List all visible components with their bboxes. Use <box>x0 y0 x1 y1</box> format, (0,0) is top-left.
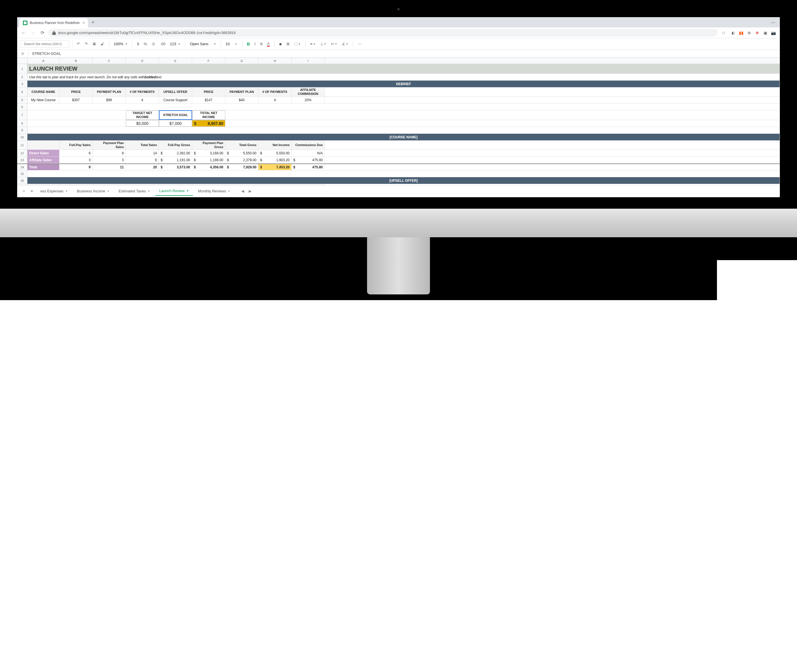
cell[interactable] <box>27 170 780 177</box>
extension-icon[interactable]: ◐ <box>731 30 736 35</box>
row-header[interactable]: 9 <box>17 127 27 133</box>
cell[interactable]: $5,550.00 <box>258 150 291 156</box>
cell[interactable]: $8,907.80 <box>192 120 225 126</box>
th-cell[interactable]: Commissions Due <box>291 184 325 185</box>
valign-button[interactable]: ⊥▼ <box>318 41 328 47</box>
cell[interactable]: 20 <box>126 164 159 170</box>
font-dropdown[interactable]: Open Sans▼ <box>188 41 218 47</box>
row-header[interactable]: 15 <box>17 170 27 177</box>
cell[interactable] <box>93 110 126 120</box>
cell[interactable]: 6 <box>126 157 159 163</box>
th-cell[interactable]: Payment Plan Sales <box>93 184 126 185</box>
row-header[interactable]: 8 <box>17 120 27 126</box>
row-header[interactable]: 16 <box>17 177 27 184</box>
th-cell[interactable]: Total Sales <box>126 184 159 185</box>
undo-button[interactable]: ↶ <box>75 41 82 47</box>
th-cell[interactable]: TARGET NET INCOME <box>126 110 159 120</box>
cell[interactable] <box>93 120 126 126</box>
row-header[interactable]: 7 <box>17 110 27 120</box>
cell[interactable] <box>27 110 59 120</box>
cell[interactable]: $397 <box>59 97 93 103</box>
close-tab-icon[interactable]: × <box>83 21 85 25</box>
cell[interactable]: 4 <box>258 97 291 103</box>
extension-icon[interactable]: ⊕ <box>747 30 752 35</box>
currency-button[interactable]: $ <box>135 41 141 47</box>
col-header[interactable]: H <box>258 58 291 64</box>
row-header[interactable]: 14 <box>17 164 27 170</box>
cell[interactable]: $3,168.00 <box>192 150 225 156</box>
cell[interactable] <box>27 104 780 110</box>
extension-icon[interactable]: ▮▮ <box>739 30 744 35</box>
col-header[interactable]: F <box>192 58 225 64</box>
sheet-tab-active[interactable]: Launch Review▼ <box>155 186 193 196</box>
col-header[interactable]: A <box>27 58 59 64</box>
cell[interactable] <box>258 120 291 126</box>
paint-format-button[interactable]: 🖌 <box>99 41 106 47</box>
add-sheet-button[interactable]: + <box>21 187 27 195</box>
bold-button[interactable]: B <box>245 40 252 48</box>
th-cell[interactable]: Full-Pay Gross <box>159 184 192 185</box>
merge-button[interactable]: ⬚▼ <box>293 41 302 47</box>
sheet-tab[interactable]: Monthly Reviews▼ <box>194 187 234 195</box>
cell[interactable] <box>258 110 291 120</box>
cell[interactable]: $7,929.00 <box>225 164 258 170</box>
formula-input[interactable]: STRETCH GOAL <box>29 51 61 56</box>
th-cell[interactable]: Full-Pay Sales <box>59 141 93 149</box>
cell[interactable]: 3 <box>93 157 126 163</box>
cell[interactable]: $3,573.00 <box>159 164 192 170</box>
th-cell[interactable] <box>27 184 59 185</box>
th-cell[interactable]: COURSE NAME <box>27 88 59 96</box>
extension-icon[interactable]: 📷 <box>771 30 776 35</box>
th-cell[interactable]: PAYMENT PLAN <box>93 88 126 96</box>
row-label[interactable]: Direct Sales <box>27 150 59 156</box>
forward-button[interactable]: → <box>30 30 37 35</box>
col-header[interactable]: C <box>93 58 126 64</box>
row-header[interactable]: 4 <box>17 88 27 96</box>
more-button[interactable]: ⋯ <box>356 41 363 47</box>
row-header[interactable]: 5 <box>17 97 27 103</box>
percent-button[interactable]: % <box>142 41 149 47</box>
cell[interactable]: $475.80 <box>291 157 325 163</box>
cell[interactable]: 3 <box>59 157 93 163</box>
cell[interactable] <box>291 110 325 120</box>
back-button[interactable]: ← <box>20 30 27 35</box>
cell[interactable] <box>59 120 93 126</box>
cell[interactable]: 11 <box>93 164 126 170</box>
cell[interactable]: 4 <box>126 97 159 103</box>
search-menus-input[interactable] <box>21 40 69 48</box>
cell[interactable] <box>225 110 258 120</box>
cell[interactable] <box>225 120 258 126</box>
row-header[interactable]: 13 <box>17 157 27 163</box>
th-cell[interactable]: UPSELL OFFER <box>159 88 192 96</box>
section-header[interactable]: [UPSELL OFFER] <box>27 177 780 184</box>
th-cell[interactable]: PAYMENT PLAN <box>225 88 258 96</box>
cell[interactable]: $4,356.00 <box>192 164 225 170</box>
cell[interactable]: $147 <box>192 97 225 103</box>
section-header[interactable]: DEBRIEF <box>27 81 780 87</box>
th-cell[interactable]: Total Gross <box>225 141 258 149</box>
cell[interactable]: My New Course <box>27 97 59 103</box>
row-header[interactable]: 3 <box>17 81 27 87</box>
cell[interactable]: N/A <box>291 150 325 156</box>
col-header[interactable]: D <box>126 58 159 64</box>
cell[interactable]: $1,191.00 <box>159 157 192 163</box>
star-icon[interactable]: ☆ <box>720 30 727 35</box>
spreadsheet-grid[interactable]: A B C D E F G H I 1 LAUNCH REVIEW 2 <box>17 58 780 185</box>
row-header[interactable]: 17 <box>17 184 27 185</box>
row-label[interactable]: Affiliate Sales <box>27 157 59 163</box>
cell[interactable]: $5,000 <box>126 120 159 126</box>
cell[interactable]: $2,382.00 <box>159 150 192 156</box>
extension-icon[interactable]: ✻ <box>755 30 760 35</box>
cell[interactable] <box>27 120 59 126</box>
row-header[interactable]: 6 <box>17 104 27 110</box>
redo-button[interactable]: ↷ <box>83 41 90 47</box>
font-size-dropdown[interactable]: 10▼ <box>224 41 239 47</box>
col-header[interactable]: E <box>159 58 192 64</box>
cell[interactable] <box>59 110 93 120</box>
cell[interactable]: $99 <box>93 97 126 103</box>
sheet-tab[interactable]: Estimated Taxes▼ <box>115 187 154 195</box>
th-cell[interactable]: Total Gross <box>225 184 258 185</box>
cell[interactable]: $40 <box>225 97 258 103</box>
row-header[interactable]: 12 <box>17 150 27 156</box>
new-tab-button[interactable]: + <box>88 19 98 26</box>
